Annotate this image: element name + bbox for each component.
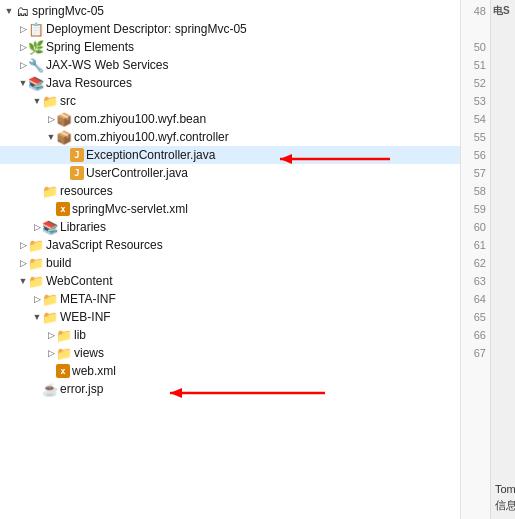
expand-arrow[interactable]: ▷ — [18, 42, 28, 52]
tree-item-springmvc-servlet[interactable]: xspringMvc-servlet.xml — [0, 200, 460, 218]
tree-root: ▼🗂springMvc-05▷📋Deployment Descriptor: s… — [0, 2, 460, 398]
line-61: 61 — [474, 236, 486, 254]
folder-icon: 📁 — [42, 93, 58, 109]
resources-icon: 📁 — [42, 183, 58, 199]
tree-item-label: Deployment Descriptor: springMvc-05 — [46, 22, 247, 36]
tree-item-label: error.jsp — [60, 382, 103, 396]
line-63: 63 — [474, 272, 486, 290]
tree-container: ▼🗂springMvc-05▷📋Deployment Descriptor: s… — [0, 0, 460, 519]
tree-item-label: JAX-WS Web Services — [46, 58, 168, 72]
expand-arrow[interactable]: ▼ — [4, 6, 14, 16]
expand-arrow[interactable]: ▷ — [18, 24, 28, 34]
right-panel: 48 50 51 52 53 54 55 56 57 58 59 60 61 6… — [460, 0, 515, 519]
line-50: 50 — [474, 38, 486, 56]
line-57: 57 — [474, 164, 486, 182]
tree-item-exception-controller[interactable]: JExceptionController.java — [0, 146, 460, 164]
line-48: 48 — [474, 2, 486, 20]
folder-icon: 📁 — [42, 291, 58, 307]
tree-item-jaxws[interactable]: ▷🔧JAX-WS Web Services — [0, 56, 460, 74]
line-65: 65 — [474, 308, 486, 326]
descriptor-icon: 📋 — [28, 21, 44, 37]
file-tree-panel: ▼🗂springMvc-05▷📋Deployment Descriptor: s… — [0, 0, 460, 519]
line-58: 58 — [474, 182, 486, 200]
side-panel-bottom: Tom 信息 — [491, 476, 515, 519]
build-icon: 📁 — [28, 255, 44, 271]
side-tom-label: Tom 信息 — [493, 480, 513, 515]
webcontent-icon: 📁 — [28, 273, 44, 289]
tree-item-meta-inf[interactable]: ▷📁META-INF — [0, 290, 460, 308]
java-icon: J — [70, 166, 84, 180]
tree-item-java-resources[interactable]: ▼📚Java Resources — [0, 74, 460, 92]
expand-arrow[interactable]: ▷ — [18, 258, 28, 268]
line-54: 54 — [474, 110, 486, 128]
project-icon: 🗂 — [14, 3, 30, 19]
folder-icon: 📁 — [56, 327, 72, 343]
side-panel-top: 电S — [491, 0, 515, 476]
tree-item-web-inf[interactable]: ▼📁WEB-INF — [0, 308, 460, 326]
expand-arrow[interactable]: ▼ — [32, 312, 42, 322]
tree-item-label: JavaScript Resources — [46, 238, 163, 252]
tree-item-build[interactable]: ▷📁build — [0, 254, 460, 272]
tree-item-bean-pkg[interactable]: ▷📦com.zhiyou100.wyf.bean — [0, 110, 460, 128]
tree-item-spring-elements[interactable]: ▷🌿Spring Elements — [0, 38, 460, 56]
tree-item-js-resources[interactable]: ▷📁JavaScript Resources — [0, 236, 460, 254]
tree-item-controller-pkg[interactable]: ▼📦com.zhiyou100.wyf.controller — [0, 128, 460, 146]
tree-item-web-xml[interactable]: xweb.xml — [0, 362, 460, 380]
pkg-icon: 📦 — [56, 111, 72, 127]
library-icon: 📚 — [28, 75, 44, 91]
expand-arrow[interactable]: ▷ — [32, 222, 42, 232]
jsp-icon: ☕ — [42, 381, 58, 397]
tree-item-libraries[interactable]: ▷📚Libraries — [0, 218, 460, 236]
expand-arrow[interactable]: ▷ — [46, 330, 56, 340]
expand-arrow[interactable]: ▷ — [46, 348, 56, 358]
side-label-s: 电S — [491, 0, 515, 22]
line-62: 62 — [474, 254, 486, 272]
tree-item-src[interactable]: ▼📁src — [0, 92, 460, 110]
tree-item-error-jsp[interactable]: ☕error.jsp — [0, 380, 460, 398]
line-52: 52 — [474, 74, 486, 92]
tree-item-label: Libraries — [60, 220, 106, 234]
line-53: 53 — [474, 92, 486, 110]
line-59: 59 — [474, 200, 486, 218]
expand-arrow[interactable]: ▼ — [18, 78, 28, 88]
tree-item-label: ExceptionController.java — [86, 148, 215, 162]
tree-item-views[interactable]: ▷📁views — [0, 344, 460, 362]
tree-item-label: springMvc-servlet.xml — [72, 202, 188, 216]
tree-item-user-controller[interactable]: JUserController.java — [0, 164, 460, 182]
xml-icon: x — [56, 364, 70, 378]
expand-arrow[interactable]: ▼ — [32, 96, 42, 106]
tree-item-project-root[interactable]: ▼🗂springMvc-05 — [0, 2, 460, 20]
line-51: 51 — [474, 56, 486, 74]
folder-icon: 📁 — [42, 309, 58, 325]
java-icon: J — [70, 148, 84, 162]
tree-item-label: springMvc-05 — [32, 4, 104, 18]
tree-item-label: resources — [60, 184, 113, 198]
folder-icon: 📁 — [56, 345, 72, 361]
library-icon: 📚 — [42, 219, 58, 235]
expand-arrow[interactable]: ▷ — [18, 60, 28, 70]
tree-item-label: web.xml — [72, 364, 116, 378]
tree-item-label: UserController.java — [86, 166, 188, 180]
line-numbers: 48 50 51 52 53 54 55 56 57 58 59 60 61 6… — [460, 0, 490, 519]
expand-arrow[interactable]: ▷ — [18, 240, 28, 250]
tree-item-label: com.zhiyou100.wyf.bean — [74, 112, 206, 126]
tree-item-label: src — [60, 94, 76, 108]
expand-arrow[interactable]: ▼ — [46, 132, 56, 142]
expand-arrow[interactable]: ▷ — [46, 114, 56, 124]
tree-item-label: views — [74, 346, 104, 360]
line-67: 67 — [474, 344, 486, 362]
tree-item-webcontent[interactable]: ▼📁WebContent — [0, 272, 460, 290]
side-panel: 电S Tom 信息 — [490, 0, 515, 519]
expand-arrow[interactable]: ▷ — [32, 294, 42, 304]
line-55: 55 — [474, 128, 486, 146]
expand-arrow[interactable]: ▼ — [18, 276, 28, 286]
tree-item-deployment-descriptor[interactable]: ▷📋Deployment Descriptor: springMvc-05 — [0, 20, 460, 38]
tree-item-label: META-INF — [60, 292, 116, 306]
tree-item-resources[interactable]: 📁resources — [0, 182, 460, 200]
tree-item-label: WEB-INF — [60, 310, 111, 324]
tree-item-label: WebContent — [46, 274, 113, 288]
js-icon: 📁 — [28, 237, 44, 253]
tree-item-lib[interactable]: ▷📁lib — [0, 326, 460, 344]
xml-icon: x — [56, 202, 70, 216]
spring-icon: 🌿 — [28, 39, 44, 55]
